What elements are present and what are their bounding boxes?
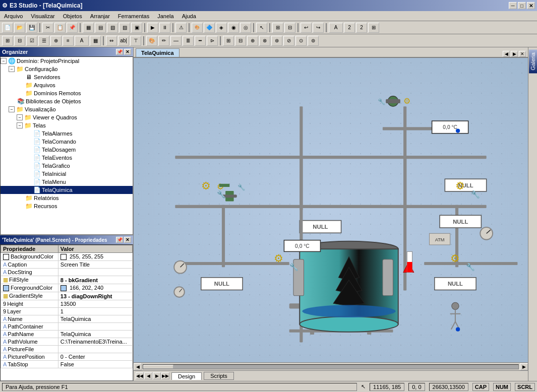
prop-row[interactable]: BackgroundColor 255, 255, 255	[1, 253, 133, 261]
tree-item-configuração[interactable]: −📁Configuração	[1, 65, 133, 73]
prop-row[interactable]: ▦GradientStyle 13 - diagDownRight	[1, 292, 133, 300]
prop-row[interactable]: APathContainer	[1, 323, 133, 331]
tb13[interactable]: ◈	[216, 23, 227, 33]
tree-item-telaalarmes[interactable]: 📄TelaAlarmes	[1, 129, 133, 138]
organizer-header-btns[interactable]: 📌 ✕	[116, 49, 131, 55]
prop-value[interactable]	[58, 269, 132, 276]
tb2-16[interactable]: ━	[195, 36, 206, 46]
tb5[interactable]: ▧	[107, 23, 118, 33]
prop-value[interactable]: C:\TreinamentoE3\Treina...	[58, 338, 132, 346]
tree-item-teladosagem[interactable]: 📄TelaDosagem	[1, 146, 133, 154]
canvas-container[interactable]: 0,0 °C ⚙ 🔧 ⚙ 🔧	[134, 58, 528, 362]
tab-design[interactable]: Design	[171, 372, 202, 380]
prop-row[interactable]: ADocString	[1, 269, 133, 276]
canvas-close-tab-btn[interactable]: ✕	[519, 51, 526, 57]
tree-item-servidores[interactable]: 🖥Servidores	[1, 73, 133, 81]
tb2-12[interactable]: 🎨	[146, 36, 157, 46]
nav-next-btn[interactable]: ▶	[153, 372, 161, 379]
scroll-thumb[interactable]	[143, 365, 173, 369]
prop-value[interactable]: 13500	[58, 300, 132, 308]
tb2-21[interactable]: ⊗	[259, 36, 270, 46]
nav-first-btn[interactable]: ◀◀	[136, 372, 144, 379]
tree-item-bibliotecas-de-objetos[interactable]: 📚Bibliotecas de Objetos	[1, 97, 133, 105]
tab-scripts[interactable]: Scripts	[204, 372, 234, 380]
prop-value[interactable]: 255, 255, 255	[58, 253, 132, 261]
organizer-close-btn[interactable]: ✕	[124, 49, 131, 55]
tree-item-viewer-e-quadros[interactable]: −📁Viewer e Quadros	[1, 113, 133, 121]
tb2-3[interactable]: ☑	[26, 36, 37, 46]
tree-item-telaquimica[interactable]: 📄TelaQuimica	[1, 186, 133, 194]
tb18[interactable]: ⊟	[284, 23, 295, 33]
tb2-8[interactable]: ▦	[90, 36, 101, 46]
prop-row[interactable]: APicturePosition 0 - Center	[1, 353, 133, 361]
tb23[interactable]: 2	[356, 23, 367, 33]
tree-item-telainicial[interactable]: 📄TelaInicial	[1, 170, 133, 178]
tb2-4[interactable]: ☰	[38, 36, 49, 46]
tb2-11[interactable]: ⊤	[130, 36, 141, 46]
prop-row[interactable]: ForegroundColor 166, 202, 240	[1, 284, 133, 292]
tb2-13[interactable]: ✏	[158, 36, 169, 46]
nav-buttons[interactable]: ◀◀ ◀ ▶ ▶▶	[136, 372, 169, 379]
title-bar-controls[interactable]: ─ □ ✕	[509, 2, 535, 9]
prop-row[interactable]: APathVolume C:\TreinamentoE3\Treina...	[1, 338, 133, 346]
tb2-23[interactable]: ⊘	[283, 36, 294, 46]
menu-ajuda[interactable]: Ajuda	[180, 12, 198, 20]
menu-ferramentas[interactable]: Ferramentas	[116, 12, 151, 20]
tb2-20[interactable]: ⊕	[247, 36, 258, 46]
tree-expander[interactable]: −	[17, 122, 23, 128]
tb2-15[interactable]: ≣	[183, 36, 194, 46]
tb12[interactable]: 🔷	[204, 23, 215, 33]
prop-row[interactable]: APathName TelaQuimica	[1, 331, 133, 338]
tb24[interactable]: ⊞	[368, 23, 379, 33]
tree-item-telacomando[interactable]: 📄TelaComando	[1, 138, 133, 146]
menu-arranjar[interactable]: Arranjar	[88, 12, 112, 20]
canvas-next-btn[interactable]: ▶	[511, 51, 518, 57]
tb8[interactable]: ▶	[147, 23, 158, 33]
prop-value[interactable]: Screen Title	[58, 261, 132, 269]
tb2-24[interactable]: ⊙	[295, 36, 307, 46]
prop-value[interactable]: TelaQuimica	[58, 315, 132, 323]
maximize-button[interactable]: □	[518, 2, 526, 9]
tree-expander[interactable]: −	[9, 106, 15, 112]
properties-close-btn[interactable]: ✕	[124, 237, 131, 243]
tb2-7[interactable]: A	[75, 36, 89, 46]
minimize-button[interactable]: ─	[509, 2, 517, 9]
prop-value[interactable]: 1	[58, 308, 132, 315]
tb7[interactable]: ▣	[131, 23, 142, 33]
tb20[interactable]: ↪	[313, 23, 324, 33]
cut-button[interactable]: ✂	[42, 23, 53, 33]
save-button[interactable]: 💾	[26, 23, 37, 33]
tree-expander[interactable]: −	[17, 114, 23, 120]
tb6[interactable]: ▨	[119, 23, 130, 33]
tb2-18[interactable]: ⊞	[223, 36, 234, 46]
scroll-track[interactable]	[143, 364, 519, 369]
tb2-1[interactable]: ⊞	[2, 36, 13, 46]
canvas-prev-btn[interactable]: ◀	[503, 51, 510, 57]
prop-value[interactable]: 8 - bkGradient	[58, 276, 132, 284]
organizer-pin-btn[interactable]: 📌	[116, 49, 123, 55]
tb19[interactable]: ↩	[301, 23, 312, 33]
prop-value[interactable]	[58, 323, 132, 331]
tb16[interactable]: ↖	[256, 23, 267, 33]
tb2-25[interactable]: ⊚	[308, 36, 319, 46]
tree-item-domínios-remotos[interactable]: 📁Domínios Remotos	[1, 89, 133, 97]
tb2-10[interactable]: ab|	[118, 36, 129, 46]
open-button[interactable]: 📂	[14, 23, 25, 33]
gallery-label[interactable]: Galeria	[529, 49, 537, 73]
tb10[interactable]: ⚠	[175, 23, 187, 33]
tb2-19[interactable]: ⊟	[235, 36, 246, 46]
menu-visualizar[interactable]: Visualizar	[29, 12, 57, 20]
prop-row[interactable]: 9Height 13500	[1, 300, 133, 308]
prop-value[interactable]: 13 - diagDownRight	[58, 292, 132, 300]
nav-last-btn[interactable]: ▶▶	[161, 372, 169, 379]
tree-item-telamenu[interactable]: 📄TelaMenu	[1, 178, 133, 186]
tb14[interactable]: ◉	[228, 23, 239, 33]
tb17[interactable]: ⊞	[272, 23, 283, 33]
tb9[interactable]: ⏸	[159, 23, 170, 33]
tb2-22[interactable]: ⊛	[271, 36, 282, 46]
prop-value[interactable]	[58, 346, 132, 353]
scroll-right-btn[interactable]: ▶	[520, 363, 528, 370]
tb2-17[interactable]: ⊳	[207, 36, 218, 46]
properties-pin-btn[interactable]: 📌	[116, 237, 123, 243]
prop-row[interactable]: 9Layer 1	[1, 308, 133, 315]
